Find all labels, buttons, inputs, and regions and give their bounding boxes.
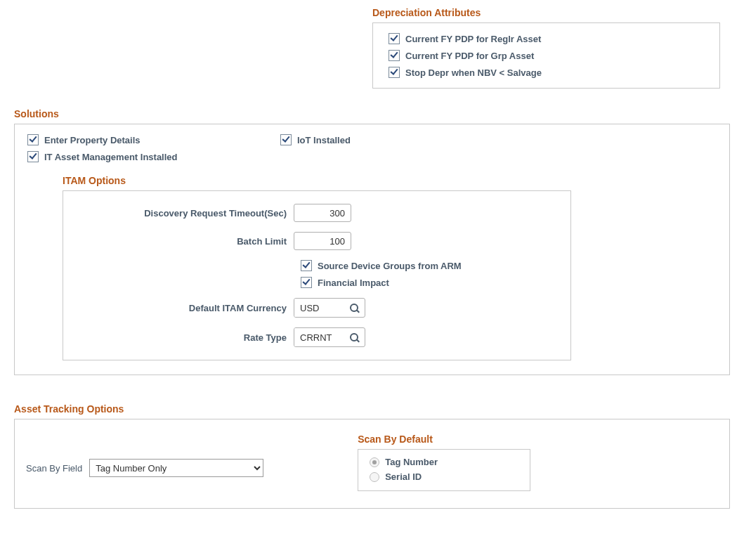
itam-options-title: ITAM Options — [63, 175, 717, 186]
asset-tracking-section: Asset Tracking Options Scan By Field Tag… — [14, 403, 730, 509]
solutions-section: Solutions Enter Property Details IT Asse… — [14, 108, 730, 375]
search-icon — [350, 333, 359, 342]
checkbox-label: Current FY PDP for Grp Asset — [405, 51, 534, 61]
depreciation-attributes-title: Depreciation Attributes — [372, 7, 720, 18]
checkbox-current-fy-reglr[interactable] — [389, 33, 400, 44]
depreciation-attributes-box: Current FY PDP for Reglr Asset Current F… — [372, 22, 720, 89]
asset-tracking-title: Asset Tracking Options — [14, 403, 730, 415]
checkbox-row-enter-property: Enter Property Details — [27, 134, 280, 145]
checkbox-label: Source Device Groups from ARM — [318, 261, 462, 271]
solutions-top-row: Enter Property Details IT Asset Manageme… — [27, 134, 717, 162]
rate-type-lookup-button[interactable] — [344, 328, 365, 346]
depreciation-attributes-section: Depreciation Attributes Current FY PDP f… — [372, 7, 720, 89]
rate-type-label: Rate Type — [77, 332, 294, 343]
radio-row-tag-number: Tag Number — [370, 457, 518, 467]
default-currency-label: Default ITAM Currency — [77, 303, 294, 313]
checkbox-iot-installed[interactable] — [280, 134, 292, 145]
scan-by-field-label: Scan By Field — [22, 434, 89, 474]
scan-by-default-box: Tag Number Serial ID — [358, 449, 530, 491]
checkbox-row-itam-installed: IT Asset Management Installed — [27, 151, 280, 162]
form-row-batch-limit: Batch Limit — [77, 232, 556, 250]
checkbox-financial-impact[interactable] — [301, 277, 312, 288]
form-row-discovery-timeout: Discovery Request Timeout(Sec) — [77, 204, 556, 222]
solutions-box: Enter Property Details IT Asset Manageme… — [14, 124, 730, 375]
checkbox-row-financial-impact: Financial Impact — [301, 277, 556, 288]
checkbox-current-fy-grp[interactable] — [389, 50, 400, 61]
radio-row-serial-id: Serial ID — [370, 471, 518, 482]
scan-by-default-title: Scan By Default — [358, 434, 530, 445]
scan-by-default-section: Scan By Default Tag Number Serial ID — [358, 434, 530, 491]
radio-tag-number[interactable] — [370, 457, 379, 467]
radio-serial-id[interactable] — [370, 472, 379, 482]
checkbox-label: Enter Property Details — [44, 135, 141, 145]
checkbox-itam-installed[interactable] — [27, 151, 39, 162]
checkbox-row-stop-depr: Stop Depr when NBV < Salvage — [389, 67, 707, 78]
checkbox-row-iot-installed: IoT Installed — [280, 134, 351, 145]
form-row-rate-type: Rate Type — [77, 327, 556, 347]
checkbox-stop-depr[interactable] — [389, 67, 400, 78]
discovery-timeout-input[interactable] — [294, 204, 351, 222]
checkbox-row-source-device: Source Device Groups from ARM — [301, 260, 556, 271]
checkbox-row-current-fy-reglr: Current FY PDP for Reglr Asset — [389, 33, 707, 44]
itam-options-box: Discovery Request Timeout(Sec) Batch Lim… — [63, 190, 571, 360]
default-currency-lookup-button[interactable] — [344, 299, 365, 317]
checkbox-source-device[interactable] — [301, 260, 312, 271]
radio-label: Serial ID — [385, 471, 422, 482]
radio-label: Tag Number — [385, 457, 438, 467]
checkbox-label: Current FY PDP for Reglr Asset — [405, 34, 541, 44]
rate-type-input[interactable] — [294, 328, 344, 346]
solutions-title: Solutions — [14, 108, 730, 119]
checkbox-row-current-fy-grp: Current FY PDP for Grp Asset — [389, 50, 707, 61]
checkbox-label: IT Asset Management Installed — [44, 152, 178, 162]
scan-by-field-select[interactable]: Tag Number Only — [89, 459, 263, 477]
batch-limit-label: Batch Limit — [77, 236, 294, 247]
default-currency-lookup — [294, 298, 365, 318]
checkbox-enter-property[interactable] — [27, 134, 39, 145]
discovery-timeout-label: Discovery Request Timeout(Sec) — [77, 208, 294, 219]
batch-limit-input[interactable] — [294, 232, 351, 250]
checkbox-label: IoT Installed — [297, 135, 351, 145]
default-currency-input[interactable] — [294, 299, 344, 317]
checkbox-label: Financial Impact — [318, 278, 389, 288]
asset-tracking-box: Scan By Field Tag Number Only Scan By De… — [14, 419, 730, 509]
search-icon — [350, 304, 359, 313]
form-row-default-currency: Default ITAM Currency — [77, 298, 556, 318]
rate-type-lookup — [294, 327, 365, 347]
checkbox-label: Stop Depr when NBV < Salvage — [405, 67, 542, 78]
